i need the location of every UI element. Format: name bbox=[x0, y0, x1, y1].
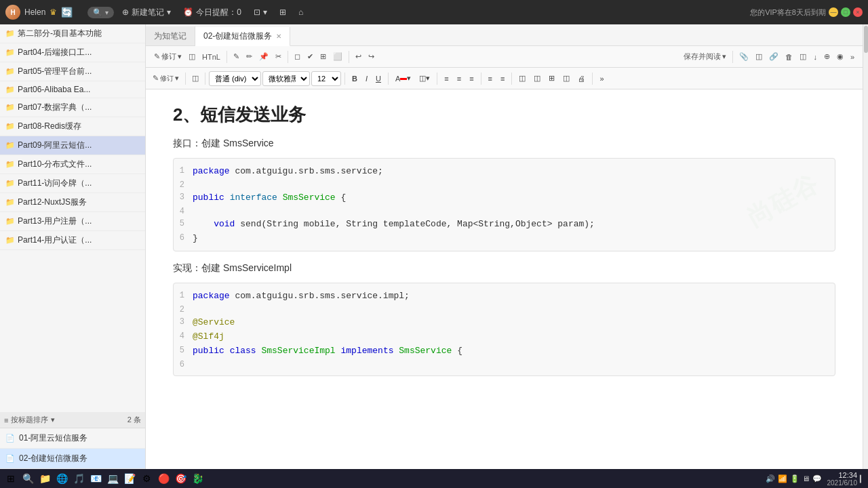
delete-button[interactable]: 🗑 bbox=[783, 52, 795, 62]
save-read-button[interactable]: 保存并阅读 ▾ bbox=[681, 50, 729, 63]
sidebar-folder-5[interactable]: 📁 Part08-Redis缓存 bbox=[0, 117, 145, 136]
underline-button[interactable]: U bbox=[372, 73, 384, 84]
capture-button[interactable]: ⊡ ▾ bbox=[250, 6, 271, 18]
insert-link-button[interactable]: ◫ bbox=[530, 73, 544, 84]
tray-icon-2: 📶 bbox=[778, 474, 787, 483]
edit-mode-button[interactable]: ✎ 修订 ▾ bbox=[151, 50, 184, 63]
sidebar-note-header: ≡ 按标题排序 ▾ 2 条 bbox=[0, 412, 145, 428]
font-select[interactable]: 微软雅黑 bbox=[262, 71, 310, 86]
check-button[interactable]: ✔ bbox=[304, 51, 316, 62]
print-button[interactable]: 🖨 bbox=[574, 73, 589, 84]
minimize-button[interactable]: — bbox=[829, 7, 838, 17]
add-button[interactable]: ⊕ bbox=[821, 51, 833, 62]
view-source-btn[interactable]: ◫ bbox=[189, 73, 201, 84]
sort-dropdown[interactable]: 按标题排序 bbox=[11, 415, 48, 425]
code-line: 1 package com.atguigu.srb.sms.service; bbox=[174, 164, 835, 178]
share1-button[interactable]: ◫ bbox=[753, 51, 765, 62]
close-button[interactable]: × bbox=[853, 7, 863, 17]
taskbar-icon-10[interactable]: 🔴 bbox=[155, 470, 172, 487]
checkbox-button[interactable]: ◻ bbox=[292, 51, 303, 62]
sidebar-note-1[interactable]: 📄 01-阿里云短信服务 bbox=[0, 428, 145, 449]
tab-label-wiz: 为知笔记 bbox=[154, 30, 186, 42]
more-button[interactable]: ◉ bbox=[834, 51, 846, 62]
table-button[interactable]: ⊞ bbox=[317, 51, 329, 62]
show-desktop-button[interactable]: ▎ bbox=[860, 475, 865, 483]
maximize-button[interactable]: □ bbox=[841, 7, 850, 17]
highlight-button[interactable]: ◫▾ bbox=[416, 73, 433, 84]
taskbar-icon-12[interactable]: 🐉 bbox=[189, 470, 205, 487]
taskbar-console[interactable]: 💻 bbox=[104, 470, 121, 487]
block-button[interactable]: ⬜ bbox=[330, 51, 345, 62]
align-right-button[interactable]: ≡ bbox=[466, 73, 477, 84]
font-color-button[interactable]: A ▾ bbox=[392, 73, 414, 84]
sync-icon[interactable]: 🔄 bbox=[61, 7, 73, 18]
undo-button[interactable]: ↩ bbox=[353, 51, 364, 62]
format-edit-btn[interactable]: ✎ 修订 ▾ bbox=[150, 73, 182, 85]
crown-icon: ♛ bbox=[50, 7, 57, 17]
more-format-button[interactable]: » bbox=[596, 73, 607, 84]
right-scrollbar[interactable] bbox=[863, 24, 868, 469]
taskbar-icon-9[interactable]: ⚙ bbox=[138, 470, 155, 487]
sidebar-note-2[interactable]: 📄 02-创建短信微服务 bbox=[0, 449, 145, 469]
toolbar-sep-4 bbox=[732, 51, 733, 63]
start-button[interactable]: ⊞ bbox=[3, 470, 19, 487]
new-note-button[interactable]: ⊕ 新建笔记 ▾ bbox=[118, 5, 175, 20]
search-box[interactable]: 🔍 ▾ bbox=[87, 7, 114, 18]
image-button[interactable]: ◫ bbox=[515, 73, 529, 84]
tab-wiz[interactable]: 为知笔记 bbox=[146, 26, 195, 45]
erase-button[interactable]: ✂ bbox=[273, 51, 284, 62]
font-size-select[interactable]: 12 bbox=[311, 71, 341, 86]
taskbar-media[interactable]: 🎵 bbox=[71, 470, 87, 487]
search-taskbar-button[interactable]: 🔍 bbox=[20, 470, 36, 487]
grid-button[interactable]: ⊞ bbox=[275, 6, 290, 18]
sidebar-folder-6[interactable]: 📁 Part09-阿里云短信... bbox=[0, 136, 145, 155]
reminder-button[interactable]: ⏰ 今日提醒：0 bbox=[179, 5, 245, 20]
taskbar-mail[interactable]: 📧 bbox=[87, 470, 104, 487]
attach-button[interactable]: 📎 bbox=[736, 51, 751, 62]
taskbar-note[interactable]: 📝 bbox=[121, 470, 138, 487]
sidebar-folder-4[interactable]: 📁 Part07-数据字典（... bbox=[0, 98, 145, 117]
sidebar-folder-8[interactable]: 📁 Part11-访问令牌（... bbox=[0, 174, 145, 193]
highlighter-button[interactable]: ✏ bbox=[243, 51, 255, 62]
sidebar-folder-3[interactable]: 📁 Part06-Alibaba Ea... bbox=[0, 81, 145, 98]
tab-active[interactable]: 02-创建短信微服务 ✕ bbox=[195, 27, 290, 46]
tab-bar: 为知笔记 02-创建短信微服务 ✕ bbox=[146, 24, 863, 46]
html-button[interactable]: HTnL bbox=[199, 52, 223, 62]
expand-button[interactable]: » bbox=[848, 52, 857, 62]
edit-icon: ✎ bbox=[154, 52, 160, 61]
sidebar-folder-0[interactable]: 📁 第二部分-项目基本功能 bbox=[0, 24, 145, 43]
fmt-sep-6 bbox=[481, 73, 481, 85]
code-line: 2 bbox=[174, 303, 835, 315]
export-button[interactable]: ↓ bbox=[810, 52, 820, 62]
taskbar-icon-11[interactable]: 🎯 bbox=[172, 470, 189, 487]
link-button[interactable]: 🔗 bbox=[766, 51, 781, 62]
sidebar-folder-2[interactable]: 📁 Part05-管理平台前... bbox=[0, 62, 145, 81]
align-left-button[interactable]: ≡ bbox=[441, 73, 452, 84]
insert-code-button[interactable]: ◫ bbox=[559, 73, 573, 84]
block-type-select[interactable]: 普通 (div) bbox=[209, 71, 261, 86]
sidebar-folder-1[interactable]: 📁 Part04-后端接口工... bbox=[0, 43, 145, 62]
ul-button[interactable]: ≡ bbox=[497, 73, 508, 84]
sidebar-folder-11[interactable]: 📁 Part14-用户认证（... bbox=[0, 231, 145, 250]
tab-close-button[interactable]: ✕ bbox=[276, 33, 281, 40]
format-button[interactable]: ◫ bbox=[797, 51, 809, 62]
sidebar-folder-9[interactable]: 📁 Part12-NuxtJS服务 bbox=[0, 193, 145, 212]
pin-button[interactable]: 📌 bbox=[256, 51, 271, 62]
view-toggle-button[interactable]: ◫ bbox=[186, 51, 198, 62]
bold-button[interactable]: B bbox=[349, 73, 361, 84]
taskbar-folder[interactable]: 📁 bbox=[37, 470, 53, 487]
scrollbar-thumb[interactable] bbox=[864, 26, 868, 53]
sidebar-folder-7[interactable]: 📁 Part10-分布式文件... bbox=[0, 155, 145, 174]
folder-icon: 📁 bbox=[5, 236, 15, 245]
align-center-button[interactable]: ≡ bbox=[454, 73, 465, 84]
italic-button[interactable]: I bbox=[362, 73, 371, 84]
home-button[interactable]: ⌂ bbox=[294, 6, 307, 18]
insert-table-button[interactable]: ⊞ bbox=[545, 73, 558, 84]
toolbar-sep-1 bbox=[226, 51, 227, 63]
redo-button[interactable]: ↪ bbox=[366, 51, 377, 62]
fmt-sep-1 bbox=[185, 73, 186, 85]
pencil-button[interactable]: ✎ bbox=[231, 51, 242, 62]
taskbar-browser[interactable]: 🌐 bbox=[54, 470, 70, 487]
ol-button[interactable]: ≡ bbox=[485, 73, 496, 84]
sidebar-folder-10[interactable]: 📁 Part13-用户注册（... bbox=[0, 212, 145, 231]
